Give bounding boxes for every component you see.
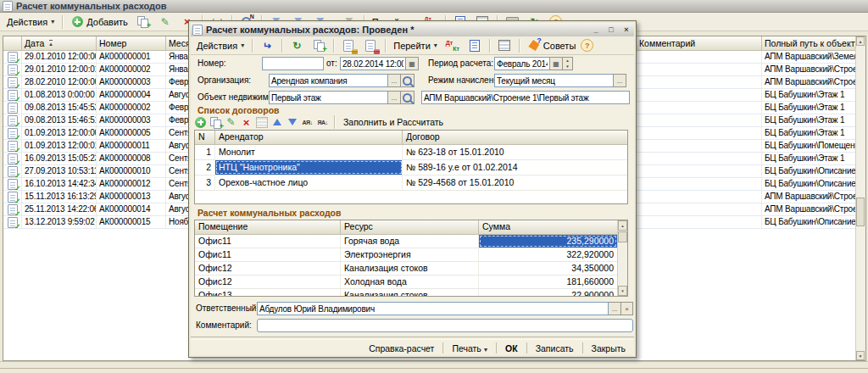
number-cell[interactable]: АК000000008	[97, 153, 166, 164]
contract-tenant-cell[interactable]: Монолит	[215, 145, 403, 159]
vertical-scrollbar[interactable]: ▲ ▼	[855, 36, 865, 360]
room-cell[interactable]: Офис12	[195, 276, 341, 288]
date-cell[interactable]: 16.10.2013 14:42:34	[22, 178, 97, 190]
date-cell[interactable]: 09.08.2013 15:45:52	[22, 102, 97, 114]
path-cell[interactable]: АПМ Варшавский\Строен...	[762, 191, 858, 203]
date-cell[interactable]: 16.09.2013 15:05:23	[22, 153, 97, 164]
scrollbar-thumb[interactable]	[856, 198, 865, 226]
spin-up-icon[interactable]: ▲	[563, 58, 572, 64]
copy-button[interactable]: +	[133, 14, 153, 30]
period-spinner[interactable]: ▲ ▼	[563, 57, 573, 70]
object-select-button[interactable]: ...	[388, 91, 401, 104]
sort-asc-button[interactable]: АЯ↓	[301, 116, 314, 129]
path-cell[interactable]: БЦ Бабушкин\Описание р...	[762, 216, 858, 228]
minimize-button[interactable]: _	[590, 25, 602, 35]
comment-cell[interactable]	[637, 76, 762, 88]
number-cell[interactable]: АК000000001	[97, 51, 166, 63]
actions-menu-button[interactable]: Действия ▾	[3, 15, 58, 29]
dialog-dtkt-button[interactable]: ДтКт	[442, 38, 463, 53]
contract-n-cell[interactable]: 2	[195, 160, 215, 175]
path-cell[interactable]: БЦ Бабушкин\Этаж 1	[762, 114, 858, 126]
path-cell[interactable]: АПМ Варшавский\Строен...	[762, 64, 858, 75]
contract-row[interactable]: 3Орехов-частное лицо№ 529-4568 от 15.01.…	[195, 175, 627, 191]
dialog-copy-button[interactable]: +	[309, 37, 329, 53]
date-cell[interactable]: 09.08.2013 15:46:51	[22, 114, 97, 126]
room-cell[interactable]: Офис11	[195, 248, 341, 261]
contract-n-cell[interactable]: 1	[195, 145, 215, 159]
organization-open-button[interactable]	[401, 74, 415, 87]
sum-cell[interactable]: 322,920000	[479, 248, 617, 261]
path-cell[interactable]: АПМ Варшавский\Строен...	[762, 203, 858, 215]
dialog-titlebar[interactable]: Расчет коммунальных расходов: Проведен *…	[191, 23, 634, 36]
date-cell[interactable]: 01.09.2013 12:00:00	[22, 127, 97, 139]
comment-cell[interactable]	[637, 216, 762, 228]
comment-cell[interactable]	[637, 153, 762, 164]
resource-column-header[interactable]: Ресурс	[341, 220, 479, 234]
organization-select-button[interactable]: ...	[388, 74, 401, 87]
object-open-button[interactable]	[401, 91, 415, 104]
contract-number-cell[interactable]: № 529-4568 от 15.01.2010	[403, 175, 627, 190]
row-move-up-button[interactable]	[270, 116, 283, 129]
contract-n-cell[interactable]: 3	[195, 175, 215, 190]
expense-row[interactable]: Офис12Канализация стоков34,350000	[195, 262, 617, 276]
date-input[interactable]	[340, 57, 406, 70]
date-cell[interactable]: 15.11.2013 16:13:29	[22, 191, 97, 203]
comment-cell[interactable]	[637, 165, 762, 177]
contract-row[interactable]: 2НТЦ "Нанотроника"№ 589-16 у.е от 01.02.…	[195, 160, 627, 175]
mode-select-button[interactable]: ...	[614, 74, 626, 87]
write-document-button[interactable]: ↵	[257, 37, 277, 53]
maximize-button[interactable]: □	[605, 25, 617, 35]
period-input[interactable]	[494, 57, 550, 70]
number-cell[interactable]: АК000000014	[97, 203, 166, 215]
number-cell[interactable]: АК000000004	[97, 89, 166, 101]
mode-input[interactable]	[494, 74, 614, 87]
close-dialog-button[interactable]: Закрыть	[587, 342, 631, 354]
number-column-header[interactable]: Номер	[97, 36, 166, 50]
calendar-button[interactable]: ▦	[406, 57, 419, 70]
number-cell[interactable]: АК000000015	[97, 216, 166, 228]
organization-input[interactable]	[269, 74, 388, 87]
scroll-up-button[interactable]: ▲	[618, 220, 627, 231]
date-cell[interactable]: 25.11.2013 14:22:06	[22, 203, 97, 215]
responsible-input[interactable]	[257, 302, 609, 315]
room-cell[interactable]: Офис13	[195, 289, 341, 297]
write-button[interactable]: Записать	[531, 342, 579, 354]
number-cell[interactable]: АК000000013	[97, 191, 166, 203]
dialog-goto-menu-button[interactable]: Перейти ▾	[390, 39, 441, 53]
comment-cell[interactable]	[637, 64, 762, 75]
expenses-scrollbar[interactable]: ▲ ▼	[617, 220, 628, 296]
ok-button[interactable]: ОК	[500, 342, 523, 354]
date-cell[interactable]: 01.09.2013 12:00:01	[22, 140, 97, 152]
sum-cell[interactable]: 235,290000	[479, 235, 617, 248]
dialog-list-settings-button[interactable]	[494, 37, 515, 53]
close-button[interactable]: ×	[620, 25, 632, 35]
comment-cell[interactable]	[637, 102, 762, 114]
comment-cell[interactable]	[637, 89, 762, 101]
path-cell[interactable]: БЦ Бабушкин\Этаж 1	[762, 102, 858, 114]
comment-cell[interactable]	[637, 203, 762, 215]
resource-cell[interactable]: Канализация стоков	[341, 289, 479, 297]
row-delete-button[interactable]: ×	[240, 116, 253, 129]
comment-cell[interactable]	[637, 178, 762, 190]
row-order-button[interactable]	[255, 116, 268, 129]
sum-cell[interactable]: 181,660000	[479, 276, 617, 288]
expense-row[interactable]: Офис13Канализация стоков22,900000	[195, 289, 617, 297]
resource-cell[interactable]: Электроэнергия	[341, 248, 479, 261]
number-cell[interactable]: АК000000012	[97, 178, 166, 190]
expense-row[interactable]: Офис12Холодная вода181,660000	[195, 276, 617, 289]
comment-cell[interactable]	[637, 191, 762, 203]
sum-column-header[interactable]: Сумма	[479, 220, 617, 234]
path-cell[interactable]: БЦ Бабушкин\Описание р...	[762, 165, 858, 177]
comment-cell[interactable]	[637, 140, 762, 152]
room-cell[interactable]: Офис11	[195, 235, 341, 248]
comment-cell[interactable]	[637, 114, 762, 126]
sort-desc-button[interactable]: ЯА↓	[316, 116, 329, 129]
date-cell[interactable]: 27.09.2013 10:53:11	[22, 165, 97, 177]
edit-button[interactable]: ✎	[155, 14, 175, 30]
dialog-help-icon[interactable]: ?	[581, 39, 593, 52]
number-cell[interactable]: АК000000002	[97, 102, 166, 114]
row-move-down-button[interactable]	[286, 116, 298, 129]
date-cell[interactable]: 13.12.2013 9:59:02	[22, 216, 97, 228]
number-cell[interactable]: АК000000002	[97, 64, 166, 75]
contract-row[interactable]: 1Монолит№ 623-18 от 15.01.2010	[195, 145, 627, 160]
